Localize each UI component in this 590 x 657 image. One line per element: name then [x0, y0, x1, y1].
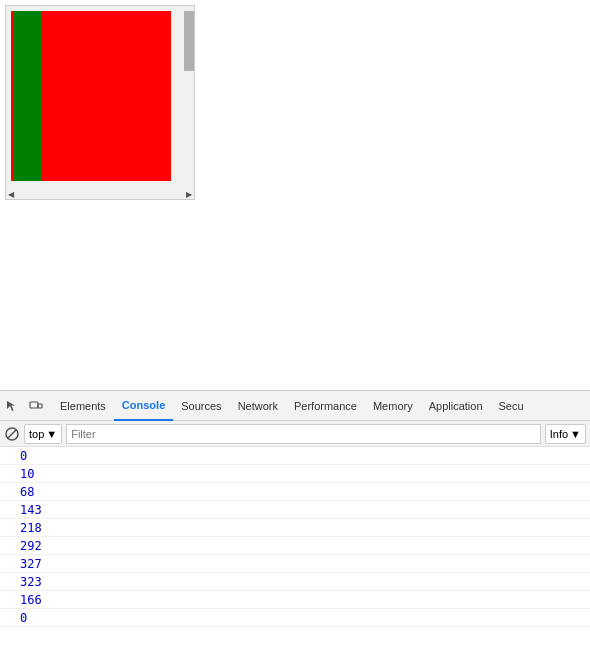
console-line: 68: [0, 483, 590, 501]
svg-rect-0: [30, 402, 38, 408]
log-level-arrow-icon: ▼: [570, 428, 581, 440]
tab-performance[interactable]: Performance: [286, 391, 365, 421]
scrollbar-vertical[interactable]: [184, 6, 194, 199]
scrollbar-horizontal[interactable]: ◀ ▶: [6, 189, 194, 199]
tab-application[interactable]: Application: [421, 391, 491, 421]
tab-sources[interactable]: Sources: [173, 391, 229, 421]
context-value: top: [29, 428, 44, 440]
tab-memory[interactable]: Memory: [365, 391, 421, 421]
tab-elements[interactable]: Elements: [52, 391, 114, 421]
svg-line-3: [8, 429, 17, 438]
tab-console[interactable]: Console: [114, 391, 173, 421]
console-value: 218: [20, 521, 42, 535]
console-line: 292: [0, 537, 590, 555]
console-output[interactable]: 010681432182923273231660: [0, 447, 590, 657]
svg-rect-1: [38, 404, 42, 408]
console-line: 218: [0, 519, 590, 537]
tab-security[interactable]: Secu: [491, 391, 532, 421]
browser-viewport: ◀ ▶: [0, 0, 590, 390]
console-line: 143: [0, 501, 590, 519]
tab-network[interactable]: Network: [230, 391, 286, 421]
rect-green: [14, 11, 42, 181]
devtools-tabs: Elements Console Sources Network Perform…: [0, 391, 590, 421]
device-icon[interactable]: [28, 398, 44, 414]
console-value: 10: [20, 467, 34, 481]
console-value: 323: [20, 575, 42, 589]
clear-console-button[interactable]: [4, 426, 20, 442]
console-line: 10: [0, 465, 590, 483]
filter-input[interactable]: [66, 424, 541, 444]
scrollbar-left-arrow[interactable]: ◀: [6, 189, 16, 199]
context-arrow-icon: ▼: [46, 428, 57, 440]
devtools-icons: [4, 398, 44, 414]
inspect-icon[interactable]: [4, 398, 20, 414]
console-value: 0: [20, 611, 27, 625]
console-value: 68: [20, 485, 34, 499]
console-line: 0: [0, 609, 590, 627]
scrollbar-right-arrow[interactable]: ▶: [184, 189, 194, 199]
console-value: 292: [20, 539, 42, 553]
console-value: 166: [20, 593, 42, 607]
console-line: 327: [0, 555, 590, 573]
console-line: 0: [0, 447, 590, 465]
console-value: 143: [20, 503, 42, 517]
canvas-area: ◀ ▶: [5, 5, 195, 200]
devtools-panel: Elements Console Sources Network Perform…: [0, 390, 590, 657]
log-level-selector[interactable]: Info ▼: [545, 424, 586, 444]
console-value: 327: [20, 557, 42, 571]
context-selector[interactable]: top ▼: [24, 424, 62, 444]
console-toolbar: top ▼ Info ▼: [0, 421, 590, 447]
scrollbar-vertical-thumb[interactable]: [184, 11, 194, 71]
console-line: 166: [0, 591, 590, 609]
canvas-drawing: [6, 6, 194, 199]
log-level-value: Info: [550, 428, 568, 440]
console-value: 0: [20, 449, 27, 463]
console-line: 323: [0, 573, 590, 591]
